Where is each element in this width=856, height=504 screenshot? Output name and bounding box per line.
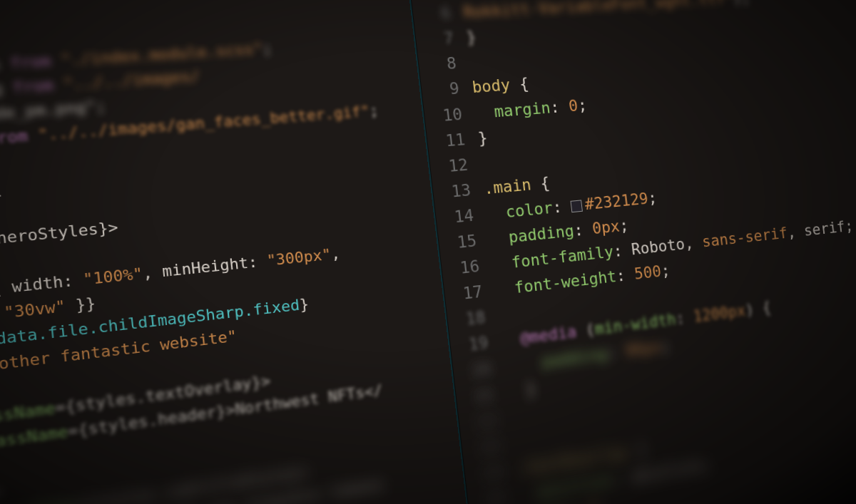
line-number: 20 [457,356,492,386]
line-number: 12 [434,152,469,180]
line-number: 6 [417,1,452,28]
line-number: 15 [443,228,478,257]
right-editor-pane[interactable]: 4567891011121314151617181920212223242526… [403,0,856,504]
line-number: 7 [420,26,455,53]
editor-stage: import * as styles from "./index.module.… [0,0,856,504]
line-number: 16 [446,254,481,283]
line-number: 13 [437,178,472,206]
line-number: 9 [426,76,461,104]
line-number: 22 [464,407,499,438]
line-number: 5 [414,0,449,2]
line-number: 10 [429,101,464,129]
line-number: 18 [452,304,486,334]
line-number: 17 [449,279,484,309]
line-number: 23 [467,433,501,463]
line-number: 24 [469,458,504,489]
line-number: 8 [423,51,458,78]
css-code-block[interactable]: font-family: "Rokkitt"; src: url("../fon… [457,0,856,504]
line-number: 14 [440,202,475,231]
line-number: 11 [432,127,467,155]
line-number: 21 [460,381,495,411]
jsx-code-block[interactable]: import * as styles from "./index.module.… [0,29,474,504]
line-number: 25 [472,485,507,504]
line-number: 19 [454,330,489,360]
